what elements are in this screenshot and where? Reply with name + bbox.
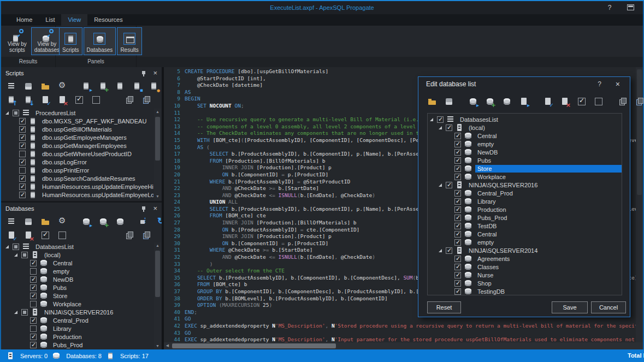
close-icon[interactable]: × [153, 203, 157, 215]
tree-row[interactable]: Central_Prod [1, 316, 153, 324]
checkbox[interactable] [19, 167, 26, 174]
reset-button[interactable]: Reset [427, 301, 461, 313]
checkbox[interactable] [454, 231, 461, 238]
checkbox[interactable] [19, 126, 26, 133]
copy-icon[interactable] [125, 230, 134, 240]
checkbox[interactable] [19, 175, 26, 182]
tree-row[interactable]: NewDB [1, 275, 153, 283]
new-list-icon[interactable] [7, 81, 16, 91]
scroll-up-icon[interactable]: ▲ [154, 242, 161, 249]
checkbox[interactable] [30, 293, 37, 299]
checkbox[interactable] [30, 276, 37, 283]
checkbox[interactable] [446, 247, 452, 254]
tree-row[interactable]: Production [428, 205, 622, 213]
scripts-tree-scrollbar[interactable]: ▲ ▼ [154, 109, 161, 200]
cancel-button[interactable]: Cancel [591, 301, 626, 313]
deselect-all-icon[interactable] [57, 230, 67, 240]
tree-row[interactable]: Library [1, 324, 153, 333]
scroll-left-icon[interactable]: ◀ [164, 342, 171, 349]
tree-row[interactable]: dbo.uspGetEmployeeManagers [1, 133, 153, 141]
checkbox[interactable] [13, 110, 19, 116]
checkbox[interactable] [21, 252, 28, 258]
tree-row[interactable]: dbo.uspGetBillOfMaterials [1, 125, 153, 133]
copy-icon[interactable] [125, 95, 134, 105]
tree-row[interactable]: Central_Prod [428, 189, 622, 197]
expander-icon[interactable] [5, 111, 9, 115]
checkbox[interactable] [437, 116, 444, 123]
checkbox[interactable] [454, 288, 461, 295]
select-all-icon[interactable] [40, 230, 50, 240]
scrollbar-thumb[interactable] [155, 117, 160, 161]
checkbox[interactable] [30, 342, 37, 348]
save-list-icon[interactable] [444, 97, 454, 106]
checkbox[interactable] [454, 223, 461, 229]
tree-row[interactable]: Agreements [428, 254, 622, 263]
checkbox[interactable] [21, 309, 28, 316]
tree-row[interactable]: dbo.uspSearchCandidateResumes [1, 174, 153, 182]
scrollbar-thumb[interactable] [172, 343, 336, 348]
tree-row[interactable]: dbo.uspGetManagerEmployees [1, 141, 153, 150]
tree-row[interactable]: empty [428, 140, 622, 148]
select-all-icon[interactable] [74, 95, 84, 105]
checkbox[interactable] [30, 268, 37, 275]
tree-row[interactable]: HumanResources.uspUpdateEmployeeHireInfo [1, 182, 153, 191]
databases-tree-scrollbar[interactable]: ▲ ▼ [154, 242, 161, 349]
expander-icon[interactable] [439, 249, 442, 252]
checkbox[interactable] [454, 256, 461, 262]
tree-row[interactable]: HumanResources.uspUpdateEmployeeLogin [1, 191, 153, 199]
tree-row[interactable]: NewDB [428, 148, 622, 156]
open-list-icon[interactable] [40, 81, 50, 91]
tree-row[interactable]: Classes [428, 263, 622, 271]
copy-all-icon[interactable] [141, 95, 151, 105]
checkbox[interactable] [454, 133, 461, 139]
add-database-icon[interactable]: ▸ [468, 97, 478, 106]
panel-databases-button[interactable]: Databases [84, 27, 116, 55]
add-database-icon[interactable]: ▸ [81, 217, 91, 227]
tree-row[interactable]: Production [1, 333, 153, 341]
checkbox[interactable] [454, 272, 461, 278]
tree-row[interactable]: Pubs [428, 156, 622, 164]
move-down-icon[interactable]: ↓ [23, 95, 33, 105]
edit-list-icon[interactable] [57, 217, 67, 227]
script-database-icon[interactable]: ▸ [519, 97, 529, 106]
tree-row[interactable]: Workplace [428, 173, 622, 181]
tree-row[interactable]: dbo.uspPrintError [1, 166, 153, 174]
tab-view[interactable]: View [61, 14, 87, 26]
new-list-icon[interactable] [7, 217, 16, 227]
uncheck-databases-icon[interactable]: × [560, 97, 570, 106]
expander-icon[interactable] [14, 311, 17, 314]
uncheck-scripts-icon[interactable]: × [57, 95, 67, 105]
tree-row[interactable]: dbo.uspLogError [1, 158, 153, 166]
tree-row[interactable]: Store [428, 164, 622, 173]
script-file-icon[interactable] [115, 81, 125, 91]
window-icon[interactable] [627, 4, 634, 10]
deselect-all-icon[interactable] [91, 95, 101, 105]
add-script-icon[interactable]: ▸ [81, 81, 91, 91]
checkbox[interactable] [446, 182, 452, 188]
save-script-icon[interactable]: ▪ [132, 81, 142, 91]
tree-row[interactable]: TestDB [428, 222, 622, 230]
checkbox[interactable] [30, 260, 37, 266]
tree-row[interactable]: dbo.uspGetWhereUsedProductID [1, 150, 153, 158]
panel-results-button[interactable]: Results [117, 27, 141, 55]
checkbox[interactable] [30, 334, 37, 340]
scrollbar-thumb[interactable] [637, 69, 642, 195]
tree-row[interactable]: NINJA\SQLSERVER2016 [1, 308, 153, 316]
scrollbar-thumb[interactable] [155, 251, 160, 297]
copy-icon[interactable] [618, 97, 628, 106]
checkbox[interactable] [13, 244, 19, 250]
copy-all-icon[interactable] [635, 97, 644, 106]
tree-row[interactable]: ProceduresList [1, 109, 153, 117]
scroll-up-icon[interactable]: ▲ [154, 109, 161, 115]
tree-row[interactable]: NINJA\SQLSERVER2016 [428, 181, 622, 189]
tree-row[interactable]: Nurse [428, 271, 622, 279]
tree-row[interactable]: DatabasesList [1, 242, 153, 251]
tab-home[interactable]: Home [10, 14, 39, 26]
tab-resources[interactable]: Resources [87, 14, 129, 26]
tree-row[interactable]: (local) [428, 123, 622, 132]
tree-row[interactable]: Workplace [1, 300, 153, 308]
tab-list[interactable]: List [39, 14, 61, 26]
copy-all-icon[interactable] [141, 230, 151, 240]
checkbox[interactable] [19, 118, 26, 124]
checkbox[interactable] [30, 325, 37, 332]
